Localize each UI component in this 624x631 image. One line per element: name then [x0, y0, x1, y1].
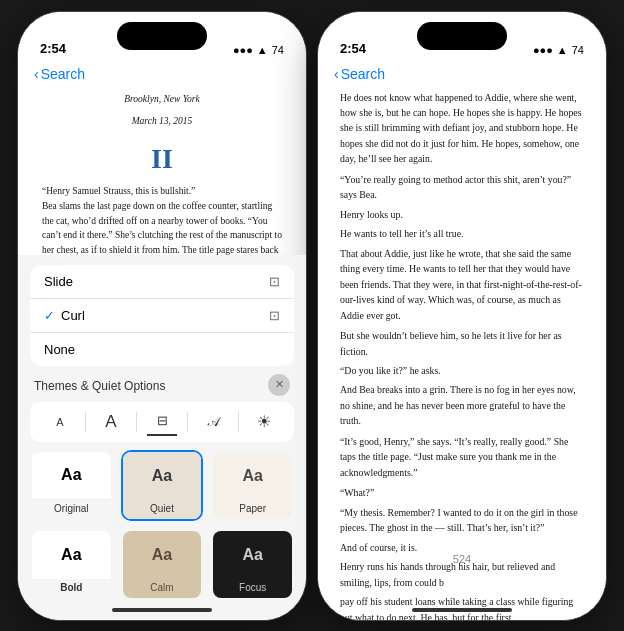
right-para-3: Henry looks up. [340, 207, 584, 222]
theme-quiet[interactable]: Aa Quiet [121, 450, 204, 521]
right-para-1: He does not know what happened to Addie,… [340, 90, 584, 167]
scroll-option-none[interactable]: None [30, 333, 294, 366]
font-family-button[interactable]: ⊟ [147, 408, 177, 436]
font-divider-3 [187, 412, 188, 432]
right-signal-icon: ●●● [533, 44, 553, 56]
themes-title: Themes & [34, 379, 92, 393]
right-para-8: And Bea breaks into a grin. There is no … [340, 382, 584, 428]
right-back-label: Search [341, 66, 385, 82]
scroll-curl-row-inner: ✓ Curl [44, 308, 85, 323]
page-number: 524 [453, 553, 471, 565]
left-nav-back[interactable]: ‹ Search [34, 66, 85, 82]
right-phone: 2:54 ●●● ▲ 74 ‹ Search He does not know … [317, 11, 607, 621]
left-status-time: 2:54 [40, 41, 66, 56]
book-chapter: II [42, 137, 282, 180]
themes-subtitle: Quiet Options [92, 379, 165, 393]
right-nav-back[interactable]: ‹ Search [334, 66, 385, 82]
wifi-icon: ▲ [257, 44, 268, 56]
theme-calm-preview: Aa [123, 531, 202, 579]
scroll-slide-label: Slide [44, 274, 73, 289]
themes-header: Themes & Quiet Options ✕ [30, 374, 294, 396]
right-para-2: “You’re really going to method actor thi… [340, 172, 584, 203]
scroll-options-list: Slide ⊡ ✓ Curl ⊡ None [30, 265, 294, 366]
theme-original-preview: Aa [32, 452, 111, 500]
scroll-none-label: None [44, 342, 75, 357]
theme-bold-preview: Aa [32, 531, 111, 579]
left-bottom-panel: Slide ⊡ ✓ Curl ⊡ None Themes & [18, 255, 306, 620]
right-para-6: But she wouldn’t believe him, so he lets… [340, 328, 584, 359]
right-status-icons: ●●● ▲ 74 [533, 44, 584, 56]
theme-quiet-label: Quiet [123, 500, 202, 519]
theme-original-label: Original [32, 500, 111, 519]
theme-bold-label: Bold [32, 579, 111, 598]
right-nav-bar: ‹ Search [318, 62, 606, 90]
theme-quiet-preview: Aa [123, 452, 202, 500]
brightness-button[interactable]: ☀ [249, 408, 279, 436]
font-divider-1 [85, 412, 86, 432]
font-divider-2 [136, 412, 137, 432]
theme-paper-label: Paper [213, 500, 292, 519]
themes-title-group: Themes & Quiet Options [34, 376, 165, 394]
right-para-5: That about Addie, just like he wrote, th… [340, 246, 584, 323]
right-para-11: “My thesis. Remember? I wanted to do it … [340, 505, 584, 536]
font-increase-button[interactable]: A [96, 408, 126, 436]
scroll-curl-label: Curl [61, 308, 85, 323]
right-para-10: “What?” [340, 485, 584, 500]
right-home-indicator [412, 608, 512, 612]
right-back-chevron-icon: ‹ [334, 66, 339, 82]
right-para-7: “Do you like it?” he asks. [340, 363, 584, 378]
theme-calm[interactable]: Aa Calm [121, 529, 204, 600]
book-para-1: “Henry Samuel Strauss, this is bullshit.… [42, 184, 282, 199]
left-nav-bar: ‹ Search [18, 62, 306, 90]
signal-icon: ●●● [233, 44, 253, 56]
font-decrease-button[interactable]: A [45, 408, 75, 436]
right-book-content: He does not know what happened to Addie,… [318, 12, 606, 620]
right-status-time: 2:54 [340, 41, 366, 56]
left-home-indicator [112, 608, 212, 612]
right-book-text: He does not know what happened to Addie,… [340, 90, 584, 620]
right-para-4: He wants to tell her it’s all true. [340, 226, 584, 241]
scroll-slide-icon: ⊡ [269, 274, 280, 289]
left-status-icons: ●●● ▲ 74 [233, 44, 284, 56]
font-controls-row: A A ⊟ 𝒜 ☀ [30, 402, 294, 442]
theme-focus-preview: Aa [213, 531, 292, 579]
theme-focus-label: Focus [213, 579, 292, 598]
right-battery-icon: 74 [572, 44, 584, 56]
scroll-curl-check: ✓ [44, 308, 55, 323]
theme-original[interactable]: Aa Original [30, 450, 113, 521]
right-wifi-icon: ▲ [557, 44, 568, 56]
theme-calm-label: Calm [123, 579, 202, 598]
right-dynamic-island [417, 22, 507, 50]
left-phone: 2:54 ●●● ▲ 74 ‹ Search Brooklyn, New Yor… [17, 11, 307, 621]
scroll-option-curl[interactable]: ✓ Curl ⊡ [30, 299, 294, 333]
theme-bold[interactable]: Aa Bold [30, 529, 113, 600]
theme-paper[interactable]: Aa Paper [211, 450, 294, 521]
font-divider-4 [238, 412, 239, 432]
right-para-9: “It’s good, Henry,” she says. “It’s real… [340, 434, 584, 480]
font-style-button[interactable]: 𝒜 [198, 408, 228, 436]
book-location-line2: March 13, 2015 [42, 114, 282, 129]
phones-container: 2:54 ●●● ▲ 74 ‹ Search Brooklyn, New Yor… [7, 1, 617, 631]
close-button[interactable]: ✕ [268, 374, 290, 396]
scroll-option-slide[interactable]: Slide ⊡ [30, 265, 294, 299]
theme-grid: Aa Original Aa Quiet Aa Paper Aa Bold Aa [30, 450, 294, 600]
back-chevron-icon: ‹ [34, 66, 39, 82]
back-label: Search [41, 66, 85, 82]
book-location-line1: Brooklyn, New York [42, 92, 282, 107]
theme-focus[interactable]: Aa Focus [211, 529, 294, 600]
theme-paper-preview: Aa [213, 452, 292, 500]
dynamic-island [117, 22, 207, 50]
battery-icon: 74 [272, 44, 284, 56]
scroll-curl-icon: ⊡ [269, 308, 280, 323]
